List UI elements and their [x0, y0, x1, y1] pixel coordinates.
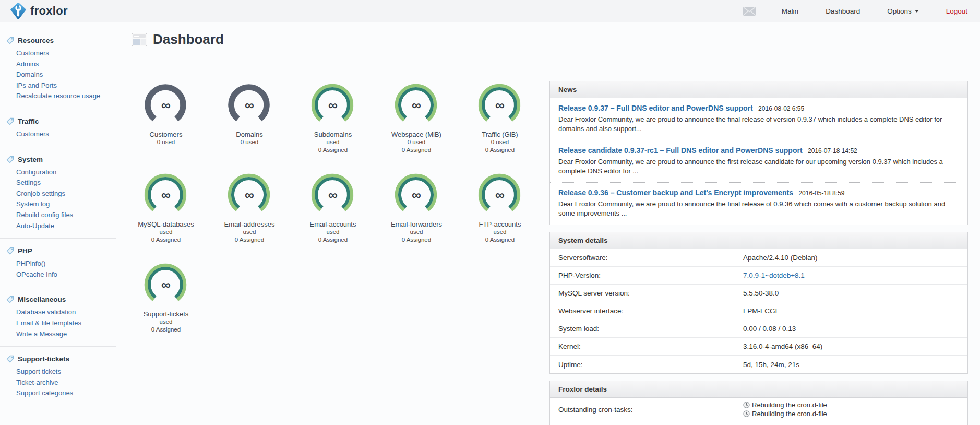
gauge: ∞ Support-tickets used0 Assigned [124, 262, 208, 334]
gauge: ∞ Email-accounts used0 Assigned [291, 172, 375, 244]
gauge-value-infinity: ∞ [143, 99, 189, 112]
sidebar-item[interactable]: Write a Message [0, 329, 116, 340]
sidebar-section-title: Support-tickets [0, 353, 116, 364]
topnav-dashboard[interactable]: Dashboard [826, 7, 860, 15]
gauge-usage-line: used [124, 228, 208, 236]
detail-row: Webserver interface: FPM-FCGI [550, 302, 967, 320]
gauge-value-infinity: ∞ [477, 99, 523, 112]
gauge-value-infinity: ∞ [477, 188, 523, 202]
php-version-link[interactable]: 7.0.9-1~dotdeb+8.1 [743, 271, 967, 279]
topnav-user[interactable]: Malin [782, 7, 798, 15]
messages-icon[interactable] [743, 7, 756, 16]
gauge-label: Traffic (GiB) [458, 131, 542, 138]
detail-label: PHP-Version: [550, 271, 743, 279]
detail-label: Webserver interface: [550, 307, 743, 315]
system-details-table: Serversoftware: Apache/2.4.10 (Debian) P… [550, 249, 967, 373]
news-item: Release candidate 0.9.37-rc1 – Full DNS … [550, 140, 967, 182]
gauge-label: Email-addresses [208, 220, 291, 228]
froxlor-details-table: Outstanding cron-tasks: Rebuilding the c… [550, 398, 967, 425]
topnav-options[interactable]: Options [887, 7, 919, 15]
detail-row: PHP-Version: 7.0.9-1~dotdeb+8.1 [550, 267, 967, 285]
detail-row: Serversoftware: Apache/2.4.10 (Debian) [550, 249, 967, 267]
brand-logo[interactable]: froxlor [10, 3, 68, 19]
gauge-usage-line: 0 Assigned [124, 326, 208, 334]
detail-value: FPM-FCGI [743, 307, 967, 315]
sidebar-item[interactable]: System log [0, 199, 116, 210]
gauge-sublines: used0 Assigned [375, 228, 458, 244]
sidebar-item[interactable]: IPs and Ports [0, 80, 116, 91]
sidebar-section-label: System [18, 156, 43, 163]
sidebar-section-items: ConfigurationSettingsCronjob settingsSys… [0, 167, 116, 232]
sidebar-item[interactable]: Support tickets [0, 367, 116, 377]
detail-row: MySQL server version: 5.5.50-38.0 [550, 285, 967, 302]
news-item-date: 2016-08-02 6:55 [758, 105, 804, 112]
sidebar-divider [0, 287, 116, 287]
gauge-value-infinity: ∞ [226, 188, 272, 202]
sidebar-divider [0, 147, 116, 147]
sidebar-section: Miscellaneous Database validationEmail &… [0, 294, 116, 339]
sidebar-section-label: Resources [18, 37, 54, 44]
gauge-usage-line: used [458, 228, 542, 236]
news-item-title-link[interactable]: Release 0.9.37 – Full DNS editor and Pow… [558, 104, 753, 112]
sidebar-section-items: PHPinfo()OPcache Info [0, 258, 116, 280]
gauge-usage-line: 0 Assigned [208, 236, 291, 244]
sidebar-item[interactable]: PHPinfo() [0, 258, 116, 269]
news-item-title-link[interactable]: Release candidate 0.9.37-rc1 – Full DNS … [558, 146, 803, 155]
sidebar-item[interactable]: Cronjob settings [0, 188, 116, 199]
sidebar-item[interactable]: Support categories [0, 388, 116, 399]
sidebar-item[interactable]: Recalculate resource usage [0, 91, 116, 102]
sidebar-item[interactable]: Configuration [0, 167, 116, 178]
sidebar-divider [0, 238, 116, 239]
gauge: ∞ MySQL-databases used0 Assigned [124, 172, 208, 244]
sidebar-section-title: Resources [0, 35, 116, 46]
clock-icon [743, 402, 750, 408]
gauge-sublines: 0 used [208, 138, 291, 146]
sidebar-item[interactable]: Customers [0, 48, 116, 59]
sidebar-item[interactable]: Domains [0, 69, 116, 80]
gauge-dial: ∞ [310, 82, 356, 128]
sidebar-item[interactable]: Rebuild config files [0, 210, 116, 221]
news-item-title-link[interactable]: Release 0.9.36 – Customer backup and Let… [558, 188, 793, 197]
sidebar-section: Support-tickets Support ticketsTicket-ar… [0, 353, 116, 399]
gauge-usage-line: 0 used [375, 138, 458, 146]
gauge-usage-line: used [291, 228, 375, 236]
gauge-sublines: used0 Assigned [208, 228, 291, 244]
detail-row: System load: 0.00 / 0.08 / 0.13 [550, 320, 967, 338]
sidebar-item[interactable]: Database validation [0, 307, 116, 318]
gauge-usage-line: 0 Assigned [458, 146, 542, 154]
gauge: ∞ Domains 0 used [208, 82, 291, 154]
sidebar-item[interactable]: Email & file templates [0, 318, 116, 329]
gauge-dial: ∞ [143, 82, 189, 128]
gauge: ∞ Email-addresses used0 Assigned [208, 172, 291, 244]
sidebar-section-items: Support ticketsTicket-archiveSupport cat… [0, 367, 116, 399]
news-item-date: 2016-07-18 14:52 [808, 147, 857, 155]
gauge: ∞ Traffic (GiB) 0 used0 Assigned [458, 82, 542, 154]
gauge-usage-line: 0 Assigned [291, 146, 375, 154]
sidebar-section-items: Customers [0, 129, 116, 140]
froxlor-logo-icon [10, 3, 26, 19]
gauge-usage-line: 0 used [208, 138, 291, 146]
detail-value: 0.00 / 0.08 / 0.13 [743, 325, 967, 333]
gauge-sublines: 0 used0 Assigned [458, 138, 542, 154]
sidebar-item[interactable]: Admins [0, 59, 116, 70]
gauge-usage-line: 0 Assigned [458, 236, 542, 244]
sidebar-section: PHP PHPinfo()OPcache Info [0, 245, 116, 280]
logout-link[interactable]: Logout [946, 7, 967, 15]
sidebar-item[interactable]: Settings [0, 178, 116, 188]
gauge-usage-line: used [291, 138, 375, 146]
detail-value: 3.16.0-4-amd64 (x86_64) [743, 343, 967, 350]
gauge-usage-line: used [375, 228, 458, 236]
sidebar-item[interactable]: Customers [0, 129, 116, 140]
sidebar-item[interactable]: OPcache Info [0, 269, 116, 280]
gauge-sublines: 0 used0 Assigned [375, 138, 458, 154]
gauge: ∞ Webspace (MiB) 0 used0 Assigned [375, 82, 458, 154]
news-item: Release 0.9.37 – Full DNS editor and Pow… [550, 98, 967, 140]
sidebar-item[interactable]: Auto-Update [0, 221, 116, 232]
gauge-usage-line: used [208, 228, 291, 236]
gauge-dial: ∞ [143, 172, 189, 218]
gauge-sublines: used0 Assigned [291, 228, 375, 244]
sidebar-item[interactable]: Ticket-archive [0, 377, 116, 388]
sidebar-section-label: Support-tickets [18, 355, 69, 363]
gauge-dial: ∞ [477, 82, 523, 128]
gauge-value-infinity: ∞ [310, 188, 356, 202]
